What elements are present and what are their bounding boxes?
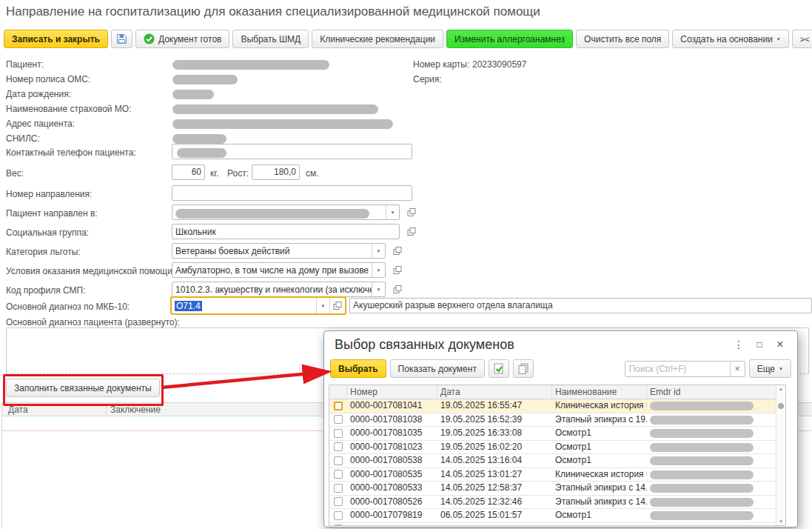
document-ready-button[interactable]: Документ готов (135, 30, 230, 48)
search-input[interactable] (625, 362, 730, 376)
kebab-menu-button[interactable]: ⋮ (731, 337, 747, 352)
open-picker-icon[interactable] (404, 204, 418, 220)
row-checkbox[interactable] (334, 470, 343, 479)
label-smp-profile-code: Код профиля СМП: (6, 285, 85, 296)
label-care-conditions: Условия оказания медицинской помощи: (6, 266, 175, 276)
open-picker-icon[interactable] (390, 282, 404, 297)
set-mark-button[interactable] (489, 359, 509, 378)
table-row[interactable]: 0000-0017079819 06.05.2025 15:01:57 Осмо… (329, 509, 785, 523)
table-row[interactable]: 0000-0017080526 14.05.2025 12:32:46 Этап… (329, 496, 785, 510)
row-checkbox[interactable] (334, 484, 343, 493)
dropdown-caret-icon[interactable]: ▼ (372, 282, 385, 296)
redacted-emdrid-value (650, 443, 754, 452)
row-checkbox[interactable] (334, 429, 343, 438)
column-header-date[interactable]: Дата (8, 405, 28, 415)
table-row[interactable]: 0000-0017080535 14.05.2025 13:01:27 Клин… (329, 468, 785, 482)
cell-number: 0000-0017081035 (347, 427, 437, 440)
row-checkbox[interactable] (334, 415, 343, 424)
referral-number-input[interactable] (172, 185, 412, 201)
select-button[interactable]: Выбрать (330, 359, 386, 378)
table-row[interactable]: 0000-0017081041 19.05.2025 16:55:47 Клин… (329, 399, 785, 413)
clear-search-button[interactable]: × (730, 362, 745, 376)
redacted-snils-value (172, 134, 227, 144)
open-picker-icon[interactable] (390, 262, 404, 278)
label-card-number: Номер карты: (413, 59, 469, 70)
scroll-down-icon[interactable]: ▼ (776, 519, 785, 524)
dropdown-caret-icon[interactable]: ▼ (386, 205, 399, 219)
weight-input[interactable]: 60 (172, 164, 205, 180)
column-header-emdrid[interactable]: Emdr id (647, 385, 785, 399)
referred-to-combo[interactable]: ▼ (172, 204, 400, 220)
page-title: Направление на госпитализацию для оказан… (6, 4, 540, 19)
table-row[interactable]: 0000-0017081038 19.05.2025 16:52:39 Этап… (329, 413, 785, 427)
smp-profile-code-combo[interactable]: 1010.2.3. акушерству и гинекологии (за и… (172, 282, 386, 297)
dropdown-caret-icon[interactable]: ▼ (372, 263, 385, 277)
close-button[interactable]: × (772, 337, 788, 352)
row-checkbox[interactable] (334, 456, 343, 465)
table-row[interactable]: 0000-0017080533 14.05.2025 12:58:37 Этап… (329, 482, 785, 496)
column-header-name[interactable]: Наименование (552, 385, 647, 399)
row-checkbox[interactable] (334, 511, 343, 520)
social-group-value: Школьник (172, 227, 399, 237)
column-header-date[interactable]: Дата (437, 385, 552, 399)
redacted-emdrid-value (650, 416, 754, 425)
table-row[interactable]: 0000-0017081035 19.05.2025 16:33:08 Осмо… (329, 427, 785, 441)
scroll-up-icon[interactable]: ▲ (776, 387, 785, 391)
contact-phone-input[interactable] (172, 144, 412, 159)
icd10-name-field[interactable]: Акушерский разрыв верхнего отдела влагал… (349, 298, 812, 313)
label-patient-address: Адрес пациента: (6, 119, 75, 129)
cell-number: 0000-0017080533 (347, 482, 437, 495)
cell-date: 19.05.2025 16:33:08 (437, 427, 552, 440)
table-row[interactable]: 0000-0017081023 19.05.2025 16:02:20 Осмо… (329, 441, 785, 455)
cell-name: Клиническая история бо… (552, 468, 647, 482)
redacted-emdrid-value (650, 484, 754, 493)
redacted-birth-date-value (172, 90, 214, 99)
table-row[interactable]: 0000-0017080538 14.05.2025 13:16:04 Осмо… (329, 454, 785, 468)
open-picker-icon[interactable] (329, 298, 345, 313)
maximize-button[interactable]: □ (751, 337, 768, 352)
icd10-combo[interactable]: O71.4 ▼ (170, 296, 346, 315)
clinical-recommendations-button[interactable]: Клинические рекомендации (312, 30, 443, 48)
row-checkbox[interactable] (334, 497, 343, 506)
dropdown-caret-icon[interactable]: ▼ (372, 244, 385, 258)
change-allergy-button[interactable]: Изменить аллергоанамнез (446, 30, 573, 48)
scroll-thumb[interactable] (778, 403, 784, 409)
dialog-title: Выбор связанных докуменов (335, 337, 514, 353)
save-and-close-button[interactable]: Записать и закрыть (4, 30, 108, 48)
benefit-category-value: Ветераны боевых действий (172, 246, 372, 256)
table-row-partial (329, 523, 785, 526)
collapse-button[interactable]: >< (792, 30, 812, 48)
cell-date: 19.05.2025 16:52:39 (437, 413, 552, 427)
smp-profile-code-value: 1010.2.3. акушерству и гинекологии (за и… (172, 285, 372, 295)
care-conditions-combo[interactable]: Амбулаторно, в том числе на дому при выз… (172, 262, 386, 278)
redacted-insurance-value (172, 104, 378, 114)
redacted-oms-value (172, 75, 238, 84)
benefit-category-combo[interactable]: Ветераны боевых действий ▼ (172, 243, 386, 259)
social-group-field[interactable]: Школьник (172, 224, 400, 239)
create-based-on-button[interactable]: Создать на основании ▼ (672, 30, 788, 48)
redacted-referred-to-value (175, 209, 369, 219)
more-button[interactable]: Еще ▼ (749, 359, 791, 378)
copy-button[interactable] (513, 359, 534, 378)
save-button[interactable] (111, 30, 132, 48)
column-header-checkbox (329, 385, 347, 399)
open-picker-icon[interactable] (390, 243, 404, 259)
open-picker-icon[interactable] (404, 224, 418, 239)
label-weight-unit: кг. (210, 168, 219, 179)
cell-date: 14.05.2025 13:16:04 (437, 454, 552, 468)
row-checkbox[interactable] (334, 442, 343, 451)
cell-number: 0000-0017080526 (347, 496, 437, 509)
cell-date: 19.05.2025 16:02:20 (437, 441, 552, 454)
annotation-red-rectangle (3, 374, 164, 406)
table-scrollbar[interactable]: ▲ ▼ (776, 385, 785, 525)
clear-all-fields-button[interactable]: Очистить все поля (576, 30, 669, 48)
documents-table: Номер Дата Наименование Emdr id 0000-001… (329, 385, 786, 526)
show-document-button[interactable]: Показать документ (390, 359, 485, 378)
hospital-referral-window: Направление на госпитализацию для оказан… (0, 0, 812, 529)
row-checkbox[interactable] (334, 402, 343, 410)
dropdown-caret-icon[interactable]: ▼ (316, 298, 329, 313)
column-header-number[interactable]: Номер (347, 385, 437, 399)
height-input[interactable]: 180,0 (252, 164, 300, 180)
column-header-conclusion[interactable]: Заключение (110, 405, 161, 415)
select-shmd-button[interactable]: Выбрать ШМД (232, 30, 309, 48)
